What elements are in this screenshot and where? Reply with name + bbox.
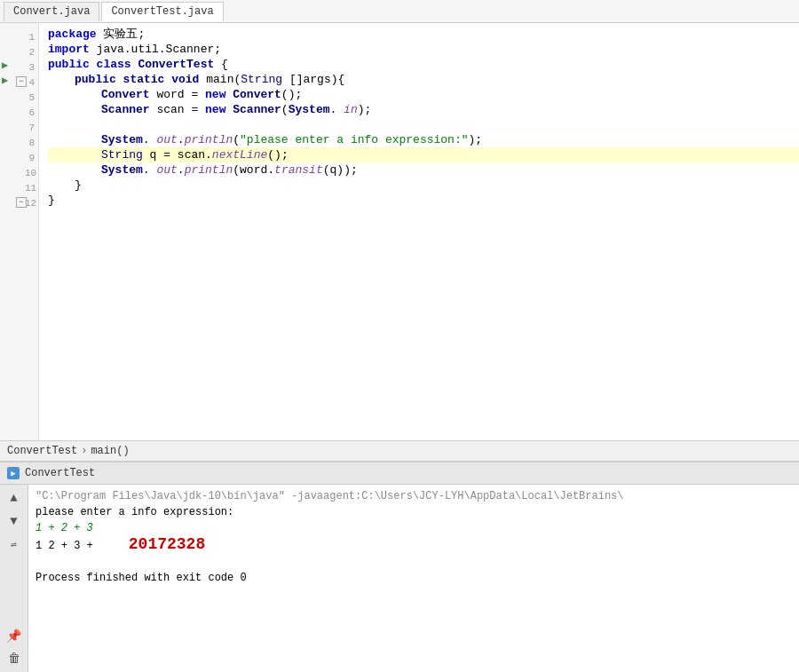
scroll-down-btn[interactable]: ▼	[4, 511, 24, 531]
tab-converttest-label: ConvertTest.java	[111, 5, 213, 18]
pin-btn[interactable]: 📌	[4, 626, 24, 645]
code-line-1: package 实验五;	[48, 27, 799, 42]
tab-bar: Convert.java ConvertTest.java	[0, 0, 799, 23]
code-line-5: Convert word = new Convert();	[48, 87, 799, 102]
tab-converttest[interactable]: ConvertTest.java	[101, 2, 223, 21]
console-line-3: 1 + 2 + 3	[36, 520, 792, 536]
console-line-4: 1 2 + 3 + 20172328	[36, 536, 792, 554]
console-header: ▶ ConvertTest	[0, 462, 799, 485]
student-id: 20172328	[129, 536, 205, 552]
breadcrumb-class[interactable]: ConvertTest	[7, 445, 77, 457]
console-output[interactable]: "C:\Program Files\Java\jdk-10\bin\java" …	[28, 485, 799, 672]
console-output-value: 1 2 + 3 +	[36, 538, 93, 554]
console-cmd-text: "C:\Program Files\Java\jdk-10\bin\java" …	[36, 488, 624, 504]
console-line-1: "C:\Program Files\Java\jdk-10\bin\java" …	[36, 488, 792, 504]
code-line-9: String q = scan.nextLine();	[48, 147, 799, 162]
console-sidebar: ▲ ▼ ⇌ 📌 🗑	[0, 485, 28, 672]
console-prompt-text: please enter a info expression:	[36, 504, 233, 520]
editor-container: ▶ ▶ − − 12345 678910 1112 package	[0, 23, 799, 440]
editor-gutter: ▶ ▶ − − 12345 678910 1112	[0, 23, 39, 440]
tab-convert-label: Convert.java	[13, 5, 90, 18]
tab-convert[interactable]: Convert.java	[4, 2, 99, 21]
clear-btn[interactable]: 🗑	[4, 649, 24, 668]
run-arrow-2[interactable]: ▶	[2, 74, 8, 87]
breadcrumb-bar: ConvertTest › main()	[0, 440, 799, 462]
code-line-8: System. out.println("please enter a info…	[48, 132, 799, 147]
code-line-4: public static void main(String []args){	[48, 72, 799, 87]
console-title: ConvertTest	[25, 467, 95, 479]
breadcrumb-method[interactable]: main()	[91, 445, 129, 457]
code-line-12: }	[48, 193, 799, 208]
console-line-6: Process finished with exit code 0	[36, 570, 792, 586]
code-line-11: }	[48, 178, 799, 193]
console-line-5	[36, 554, 792, 570]
console-icon: ▶	[7, 467, 20, 479]
run-arrow-1[interactable]: ▶	[2, 59, 8, 72]
code-line-6: Scanner scan = new Scanner(System. in);	[48, 102, 799, 117]
wrap-btn[interactable]: ⇌	[4, 534, 24, 554]
fold-icon-2[interactable]: −	[16, 194, 28, 208]
console-input-value: 1 + 2 + 3	[36, 520, 93, 536]
console-line-2: please enter a info expression:	[36, 504, 792, 520]
console-body: ▲ ▼ ⇌ 📌 🗑 "C:\Program Files\Java\jdk-10\…	[0, 485, 799, 672]
code-area[interactable]: package 实验五; import java.util.Scanner; p…	[39, 23, 799, 440]
code-line-10: System. out.println(word.transit(q));	[48, 162, 799, 178]
code-line-3: public class ConvertTest {	[48, 57, 799, 72]
console-exit-text: Process finished with exit code 0	[36, 570, 247, 586]
code-line-2: import java.util.Scanner;	[48, 42, 799, 57]
code-line-7	[48, 117, 799, 132]
scroll-up-btn[interactable]: ▲	[4, 488, 24, 508]
fold-icon-1[interactable]: −	[16, 74, 28, 87]
breadcrumb-sep: ›	[81, 445, 87, 457]
console-panel: ▶ ConvertTest ▲ ▼ ⇌ 📌 🗑 "C:\Program File…	[0, 462, 799, 672]
